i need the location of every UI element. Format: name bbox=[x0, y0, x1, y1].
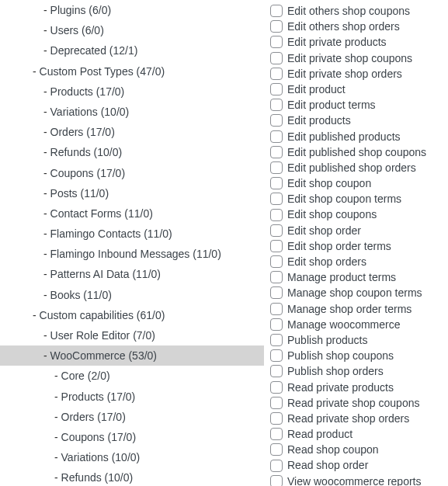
capability-checkbox[interactable] bbox=[270, 286, 283, 299]
capability-label[interactable]: Edit private shop orders bbox=[287, 67, 402, 81]
capability-label[interactable]: Edit published shop orders bbox=[287, 161, 416, 175]
capability-checkbox[interactable] bbox=[270, 334, 283, 346]
tree-item-label: Coupons (17/0) bbox=[61, 431, 137, 443]
tree-dash-icon: - bbox=[54, 411, 61, 423]
tree-item[interactable]: - Books (11/0) bbox=[0, 285, 264, 305]
capability-checkbox[interactable] bbox=[270, 193, 283, 205]
capability-label[interactable]: Edit private shop coupons bbox=[287, 51, 412, 65]
capability-checkbox[interactable] bbox=[270, 5, 283, 17]
capability-checkbox[interactable] bbox=[270, 318, 283, 331]
tree-item[interactable]: - Custom capabilities (61/0) bbox=[0, 305, 264, 325]
capability-label[interactable]: Edit private products bbox=[287, 35, 387, 49]
capability-checkbox[interactable] bbox=[270, 83, 283, 95]
capability-label[interactable]: View woocommerce reports bbox=[287, 474, 421, 486]
capability-checkbox[interactable] bbox=[270, 255, 283, 268]
capability-checkbox[interactable] bbox=[270, 36, 283, 48]
capability-checkbox[interactable] bbox=[270, 52, 283, 64]
capability-label[interactable]: Edit others shop orders bbox=[287, 19, 400, 33]
capability-label[interactable]: Edit published products bbox=[287, 130, 401, 144]
tree-item[interactable]: - Variations (10/0) bbox=[0, 102, 264, 122]
tree-item[interactable]: - Custom Post Types (47/0) bbox=[0, 61, 264, 82]
capability-checkbox[interactable] bbox=[270, 443, 283, 456]
capability-label[interactable]: Edit others shop coupons bbox=[287, 4, 410, 18]
capability-checkbox[interactable] bbox=[270, 20, 283, 33]
capability-checkbox[interactable] bbox=[270, 68, 283, 80]
tree-item[interactable]: - Refunds (10/0) bbox=[0, 467, 264, 486]
capability-label[interactable]: Read private products bbox=[287, 380, 394, 394]
tree-item[interactable]: - Coupons (17/0) bbox=[0, 427, 264, 447]
tree-item[interactable]: - Deprecated (12/1) bbox=[0, 40, 264, 61]
capability-label[interactable]: Edit product terms bbox=[287, 98, 376, 112]
tree-dash-icon: - bbox=[43, 167, 50, 179]
tree-item[interactable]: - Flamingo Contacts (11/0) bbox=[0, 224, 264, 244]
tree-item[interactable]: - Orders (17/0) bbox=[0, 407, 264, 427]
capability-label[interactable]: Edit shop coupon bbox=[287, 176, 371, 190]
tree-item[interactable]: - Orders (17/0) bbox=[0, 122, 264, 142]
capability-checkbox[interactable] bbox=[270, 365, 283, 377]
capability-checkbox[interactable] bbox=[270, 224, 283, 237]
tree-item[interactable]: - Products (17/0) bbox=[0, 82, 264, 102]
tree-item-label: Patterns AI Data (11/0) bbox=[50, 268, 161, 280]
capability-checkbox[interactable] bbox=[270, 349, 283, 362]
capability-label[interactable]: Edit products bbox=[287, 113, 351, 127]
capability-checkbox[interactable] bbox=[270, 209, 283, 221]
capability-label[interactable]: Read shop order bbox=[287, 458, 368, 472]
tree-item[interactable]: - Plugins (6/0) bbox=[0, 0, 264, 20]
capability-row: Read private products bbox=[270, 380, 442, 395]
tree-item[interactable]: - Products (17/0) bbox=[0, 387, 264, 407]
tree-item[interactable]: - Core (2/0) bbox=[0, 366, 264, 386]
tree-item[interactable]: - User Role Editor (7/0) bbox=[0, 325, 264, 345]
capability-checkbox[interactable] bbox=[270, 177, 283, 189]
capability-label[interactable]: Edit product bbox=[287, 82, 346, 96]
capability-label[interactable]: Read shop coupon bbox=[287, 443, 379, 456]
tree-item[interactable]: - Contact Forms (11/0) bbox=[0, 203, 264, 224]
tree-item[interactable]: - Refunds (10/0) bbox=[0, 142, 264, 162]
tree-item[interactable]: - Patterns AI Data (11/0) bbox=[0, 264, 264, 284]
tree-dash-icon: - bbox=[54, 431, 61, 443]
tree-item[interactable]: - Flamingo Inbound Messages (11/0) bbox=[0, 244, 264, 264]
capability-checkbox[interactable] bbox=[270, 381, 283, 394]
capability-checkbox[interactable] bbox=[270, 303, 283, 315]
capability-checkbox[interactable] bbox=[270, 99, 283, 111]
capability-checkbox[interactable] bbox=[270, 271, 283, 283]
capability-checkbox[interactable] bbox=[270, 240, 283, 252]
tree-item[interactable]: - Posts (11/0) bbox=[0, 183, 264, 203]
tree-item[interactable]: - WooCommerce (53/0) bbox=[0, 345, 264, 366]
capability-label[interactable]: Edit shop order terms bbox=[287, 239, 391, 253]
capability-checkbox[interactable] bbox=[270, 428, 283, 440]
capability-checkbox[interactable] bbox=[270, 161, 283, 174]
tree-item[interactable]: - Users (6/0) bbox=[0, 20, 264, 40]
capability-label[interactable]: Manage shop order terms bbox=[287, 302, 412, 316]
capability-label[interactable]: Edit shop coupon terms bbox=[287, 192, 401, 206]
capability-label[interactable]: Manage shop coupon terms bbox=[287, 286, 422, 300]
tree-dash-icon: - bbox=[43, 227, 50, 240]
capability-checkbox[interactable] bbox=[270, 397, 283, 409]
capability-label[interactable]: Publish shop coupons bbox=[287, 349, 394, 363]
capability-label[interactable]: Edit published shop coupons bbox=[287, 145, 426, 159]
capability-checkbox[interactable] bbox=[270, 146, 283, 158]
tree-dash-icon: - bbox=[43, 24, 50, 36]
capability-row: Edit product bbox=[270, 82, 442, 97]
capability-checkbox[interactable] bbox=[270, 475, 283, 486]
capability-checkbox[interactable] bbox=[270, 412, 283, 425]
tree-item[interactable]: - Variations (10/0) bbox=[0, 447, 264, 467]
capability-label[interactable]: Manage product terms bbox=[287, 270, 396, 284]
capability-label[interactable]: Edit shop coupons bbox=[287, 207, 377, 221]
capability-checkbox[interactable] bbox=[270, 130, 283, 143]
capability-label[interactable]: Read product bbox=[287, 427, 352, 441]
tree-item[interactable]: - Coupons (17/0) bbox=[0, 163, 264, 183]
capability-label[interactable]: Manage woocommerce bbox=[287, 318, 401, 332]
capability-label[interactable]: Edit shop order bbox=[287, 224, 361, 238]
tree-item-label: Posts (11/0) bbox=[50, 187, 109, 200]
capability-label[interactable]: Edit shop orders bbox=[287, 255, 366, 269]
capability-checkbox[interactable] bbox=[270, 114, 283, 127]
capability-row: Manage shop order terms bbox=[270, 301, 442, 317]
capability-label[interactable]: Publish shop orders bbox=[287, 364, 384, 378]
capability-checkbox[interactable] bbox=[270, 460, 283, 472]
tree-dash-icon: - bbox=[54, 451, 61, 463]
capability-row: Edit product terms bbox=[270, 97, 442, 113]
capability-label[interactable]: Read private shop coupons bbox=[287, 396, 419, 410]
capability-label[interactable]: Publish products bbox=[287, 333, 368, 347]
tree-item-label: Orders (17/0) bbox=[50, 126, 115, 138]
capability-label[interactable]: Read private shop orders bbox=[287, 411, 409, 425]
